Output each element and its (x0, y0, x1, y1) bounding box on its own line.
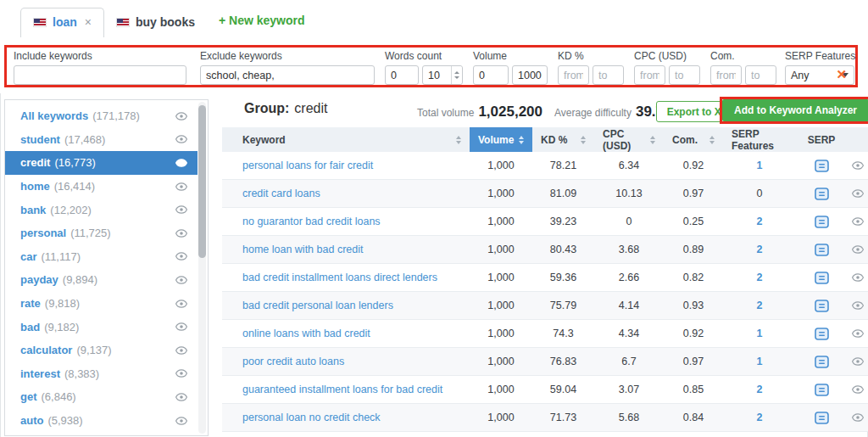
keyword-link[interactable]: personal loans for fair credit (242, 160, 373, 171)
tab-loan[interactable]: loan × (20, 8, 104, 37)
sort-icon[interactable] (456, 136, 461, 144)
serp-snapshot-icon[interactable] (815, 300, 829, 312)
sidebar-item-get[interactable]: get(6,846) (5, 385, 198, 409)
kd-cell: 59.36 (532, 264, 594, 291)
serp-snapshot-icon[interactable] (815, 272, 829, 284)
sidebar-item-bad[interactable]: bad(9,182) (5, 315, 198, 339)
cpc-cell: 4.14 (594, 292, 664, 319)
eye-icon[interactable] (175, 182, 187, 191)
com-cell: 0.84 (664, 404, 723, 431)
sidebar-item-car[interactable]: car(11,117) (5, 245, 198, 269)
header-kd[interactable]: KD % (532, 127, 594, 152)
serp-snapshot-icon[interactable] (815, 188, 829, 200)
keyword-link[interactable]: bad credit personal loan lenders (242, 300, 393, 311)
table-row: home loan with bad credit1,00080.433.680… (222, 236, 868, 264)
stepper-arrows[interactable] (451, 66, 462, 84)
header-keyword[interactable]: Keyword (222, 127, 470, 152)
group-name-link: auto (20, 414, 43, 427)
cpc-to-input[interactable] (669, 65, 700, 85)
volume-from-input[interactable] (473, 65, 509, 85)
eye-icon[interactable] (175, 322, 187, 331)
eye-icon[interactable] (852, 245, 864, 254)
serp-snapshot-icon[interactable] (815, 328, 829, 340)
serp-snapshot-icon[interactable] (815, 160, 829, 172)
eye-icon[interactable] (852, 301, 864, 310)
tab-buy-books[interactable]: buy books (104, 8, 207, 37)
step-down-icon[interactable] (454, 76, 459, 79)
group-count: (11,117) (42, 250, 81, 263)
eye-icon[interactable] (175, 417, 187, 425)
keyword-link[interactable]: guaranteed installment loans for bad cre… (242, 384, 442, 395)
add-to-keyword-analyzer-button[interactable]: Add to Keyword Analyzer (722, 99, 868, 121)
eye-icon[interactable] (175, 229, 187, 238)
header-eye[interactable] (847, 127, 868, 152)
words-count-from-input[interactable] (385, 65, 419, 85)
sidebar-item-all-keywords[interactable]: All keywords(171,178) (5, 104, 198, 128)
serp-snapshot-icon[interactable] (815, 356, 829, 368)
sidebar-item-home[interactable]: home(16,414) (5, 175, 198, 199)
sidebar-item-auto[interactable]: auto(5,938) (5, 409, 198, 433)
eye-icon[interactable] (852, 413, 864, 422)
eye-icon[interactable] (852, 273, 864, 282)
step-up-icon[interactable] (454, 71, 459, 74)
kd-to-input[interactable] (593, 65, 624, 85)
eye-icon[interactable] (175, 369, 187, 378)
new-keyword-button[interactable]: + New keyword (214, 7, 310, 37)
serp-snapshot-icon[interactable] (815, 412, 829, 424)
keyword-link[interactable]: poor credit auto loans (242, 356, 344, 367)
sort-icon[interactable] (581, 136, 586, 144)
eye-icon[interactable] (175, 205, 187, 214)
sidebar-item-calculator[interactable]: calculator(9,137) (5, 339, 198, 362)
sidebar-item-personal[interactable]: personal(11,725) (5, 221, 198, 245)
clear-filters-icon[interactable]: ✕ (836, 68, 847, 81)
eye-icon[interactable] (852, 357, 864, 366)
row-eye-cell (847, 264, 868, 291)
cpc-from-input[interactable] (634, 65, 665, 85)
serp-snapshot-icon[interactable] (815, 216, 829, 228)
serp-snapshot-icon[interactable] (815, 384, 829, 396)
header-com[interactable]: Com. (664, 127, 723, 152)
keyword-link[interactable]: credit card loans (242, 188, 320, 199)
keyword-link[interactable]: home loan with bad credit (242, 244, 363, 255)
keyword-link[interactable]: personal loan no credit check (242, 412, 381, 423)
eye-icon[interactable] (852, 217, 864, 226)
keyword-link[interactable]: bad credit installment loans direct lend… (242, 272, 437, 283)
sort-icon[interactable] (709, 136, 715, 144)
exclude-keywords-input[interactable] (200, 65, 375, 85)
com-from-input[interactable] (710, 65, 742, 85)
keyword-link[interactable]: online loans with bad credit (242, 328, 370, 339)
include-keywords-input[interactable] (14, 65, 186, 85)
volume-to-input[interactable] (512, 65, 548, 85)
eye-icon[interactable] (175, 300, 187, 308)
sidebar-item-student[interactable]: student(17,468) (5, 128, 198, 152)
eye-icon[interactable] (175, 112, 187, 120)
eye-icon[interactable] (852, 189, 864, 198)
sidebar-scrollbar-thumb[interactable] (198, 105, 206, 258)
sidebar-item-credit[interactable]: credit(16,773) (5, 151, 198, 175)
close-tab-icon[interactable]: × (85, 15, 92, 29)
eye-icon[interactable] (175, 393, 187, 401)
eye-icon[interactable] (175, 276, 187, 284)
eye-icon[interactable] (175, 135, 187, 143)
eye-icon[interactable] (852, 329, 864, 338)
eye-icon[interactable] (852, 385, 864, 394)
sidebar-item-bank[interactable]: bank(12,202) (5, 198, 198, 221)
header-cpc[interactable]: CPC (USD) (594, 127, 664, 152)
keyword-link[interactable]: no guarantor bad credit loans (242, 216, 381, 227)
sidebar-item-interest[interactable]: interest(8,383) (5, 362, 198, 386)
serp-snapshot-icon[interactable] (815, 244, 829, 256)
com-to-input[interactable] (745, 65, 776, 85)
sort-icon[interactable] (519, 136, 524, 144)
eye-icon[interactable] (852, 161, 864, 170)
sidebar-item-payday[interactable]: payday(9,894) (5, 268, 198, 292)
volume-cell: 1,000 (470, 292, 532, 319)
sidebar-item-rate[interactable]: rate(9,818) (5, 292, 198, 316)
sidebar-scrollbar[interactable] (198, 102, 206, 434)
sort-icon[interactable] (650, 136, 655, 144)
kd-from-input[interactable] (558, 65, 589, 85)
header-volume[interactable]: Volume (470, 127, 532, 152)
eye-icon[interactable] (175, 252, 187, 261)
tab-label: buy books (136, 15, 195, 29)
eye-icon[interactable] (175, 346, 187, 355)
eye-icon[interactable] (175, 159, 187, 167)
